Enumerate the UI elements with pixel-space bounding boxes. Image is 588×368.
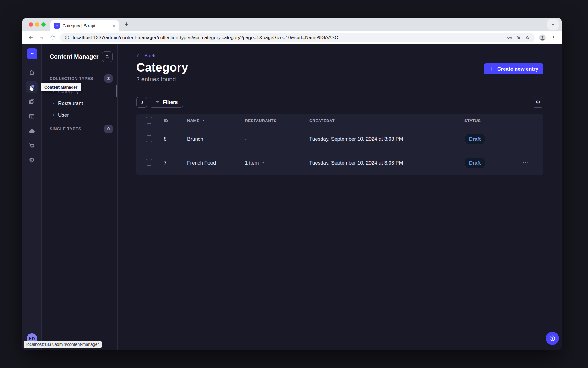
browser-tab[interactable]: Category | Strapi bbox=[50, 20, 119, 31]
strapi-admin-app: ⚙ KD Content Manager COLLECTION TYPES 3 bbox=[22, 44, 562, 350]
browser-menu-kebab-icon[interactable] bbox=[548, 33, 558, 42]
url-text[interactable]: localhost:1337/admin/content-manager/col… bbox=[73, 35, 503, 40]
close-window-button[interactable] bbox=[29, 22, 33, 27]
column-header-createdat[interactable]: CREATEDAT bbox=[309, 118, 464, 123]
status-link-preview: localhost:1337/admin/content-manager bbox=[24, 341, 102, 348]
table-row[interactable]: 8 Brunch - Tuesday, September 10, 2024 a… bbox=[136, 127, 543, 151]
select-all-checkbox[interactable] bbox=[146, 117, 152, 124]
bookmark-star-icon[interactable] bbox=[525, 35, 531, 40]
address-bar[interactable]: localhost:1337/admin/content-manager/col… bbox=[60, 33, 535, 42]
status-badge: Draft bbox=[465, 158, 485, 168]
sidebar-item-user[interactable]: User bbox=[42, 109, 117, 121]
window-controls bbox=[29, 22, 46, 27]
media-library-icon[interactable] bbox=[26, 96, 38, 108]
row-actions-button[interactable] bbox=[522, 138, 530, 140]
svg-text:?: ? bbox=[551, 337, 553, 340]
strapi-favicon-icon bbox=[54, 23, 60, 29]
table-header-row: ID NAME RESTAURANTS CREATEDAT STATUS bbox=[136, 114, 543, 127]
browser-profile-icon[interactable] bbox=[538, 33, 547, 42]
browser-reload-button[interactable] bbox=[48, 33, 57, 42]
entries-count: 2 entries found bbox=[136, 76, 188, 83]
subnav-scrollbar[interactable] bbox=[116, 85, 117, 97]
status-badge: Draft bbox=[465, 134, 485, 144]
chevron-down-icon bbox=[261, 161, 266, 165]
single-types-count-badge: 0 bbox=[104, 125, 113, 133]
column-header-status[interactable]: STATUS bbox=[464, 118, 522, 123]
pointer-hand-cursor-icon bbox=[27, 84, 34, 92]
new-tab-button[interactable] bbox=[124, 21, 130, 27]
column-header-restaurants[interactable]: RESTAURANTS bbox=[245, 118, 309, 123]
arrow-left-icon bbox=[136, 53, 142, 59]
tooltip: Content Manager bbox=[41, 83, 81, 91]
cell-restaurants: - bbox=[245, 136, 309, 142]
browser-tab-strip: Category | Strapi bbox=[22, 18, 562, 31]
help-button[interactable]: ? bbox=[546, 332, 559, 345]
browser-toolbar: localhost:1337/admin/content-manager/col… bbox=[22, 31, 562, 44]
filter-icon bbox=[155, 100, 160, 105]
tab-close-icon[interactable] bbox=[112, 24, 116, 28]
browser-forward-button[interactable] bbox=[37, 33, 46, 42]
page-title: Category bbox=[136, 60, 188, 74]
entries-table: ID NAME RESTAURANTS CREATEDAT STATUS bbox=[136, 114, 543, 175]
browser-window: Category | Strapi localhost:1337/admin/c… bbox=[22, 18, 562, 350]
minimize-window-button[interactable] bbox=[35, 22, 39, 27]
create-new-entry-button[interactable]: Create new entry bbox=[484, 63, 543, 74]
cell-restaurants[interactable]: 1 item bbox=[245, 160, 309, 166]
main-content: Back Category 2 entries found Create new… bbox=[118, 44, 562, 350]
strapi-logo[interactable] bbox=[27, 48, 37, 59]
fullscreen-window-button[interactable] bbox=[41, 22, 46, 27]
question-icon: ? bbox=[549, 335, 556, 342]
zoom-page-icon[interactable] bbox=[516, 35, 522, 40]
table-row[interactable]: 7 French Food 1 item Tuesday, September … bbox=[136, 151, 543, 175]
sidebar-item-restaurant[interactable]: Restaurant bbox=[42, 98, 117, 109]
cell-id: 8 bbox=[164, 136, 187, 142]
password-key-icon[interactable] bbox=[507, 35, 513, 41]
filters-button[interactable]: Filters bbox=[150, 97, 183, 108]
cell-name: Brunch bbox=[187, 136, 245, 142]
plus-icon bbox=[489, 66, 494, 72]
cell-name: French Food bbox=[187, 160, 245, 166]
column-header-name[interactable]: NAME bbox=[187, 118, 206, 123]
table-settings-button[interactable]: ⚙ bbox=[533, 97, 543, 108]
cell-id: 7 bbox=[164, 160, 187, 166]
cell-createdat: Tuesday, September 10, 2024 at 3:03 PM bbox=[309, 160, 464, 166]
subnav-search-button[interactable] bbox=[102, 51, 113, 62]
site-info-icon[interactable] bbox=[64, 35, 69, 40]
row-actions-button[interactable] bbox=[522, 162, 530, 164]
tab-title: Category | Strapi bbox=[63, 23, 109, 28]
collection-types-label: COLLECTION TYPES bbox=[50, 76, 93, 81]
tab-search-button[interactable] bbox=[547, 19, 559, 30]
bullet-icon bbox=[53, 114, 54, 116]
cell-createdat: Tuesday, September 10, 2024 at 3:03 PM bbox=[309, 136, 464, 142]
marketplace-cart-icon[interactable] bbox=[26, 140, 38, 152]
back-link[interactable]: Back bbox=[136, 53, 155, 59]
gear-icon: ⚙ bbox=[535, 99, 541, 105]
subnav-title: Content Manager bbox=[50, 53, 98, 60]
browser-back-button[interactable] bbox=[26, 33, 36, 42]
subnav-divider bbox=[50, 68, 57, 68]
column-header-id[interactable]: ID bbox=[164, 118, 187, 123]
nav-divider bbox=[26, 63, 38, 63]
home-icon[interactable] bbox=[26, 66, 38, 78]
sort-ascending-icon bbox=[202, 119, 206, 123]
collection-types-count-badge: 3 bbox=[104, 74, 113, 83]
settings-gear-icon[interactable]: ⚙ bbox=[26, 154, 38, 166]
search-icon bbox=[139, 100, 144, 105]
row-checkbox[interactable] bbox=[146, 159, 152, 166]
row-checkbox[interactable] bbox=[146, 135, 152, 142]
table-search-button[interactable] bbox=[136, 97, 147, 108]
bullet-icon bbox=[53, 103, 54, 104]
content-type-builder-icon[interactable] bbox=[26, 110, 38, 122]
cloud-icon[interactable] bbox=[26, 125, 38, 137]
single-types-label: SINGLE TYPES bbox=[50, 127, 81, 131]
